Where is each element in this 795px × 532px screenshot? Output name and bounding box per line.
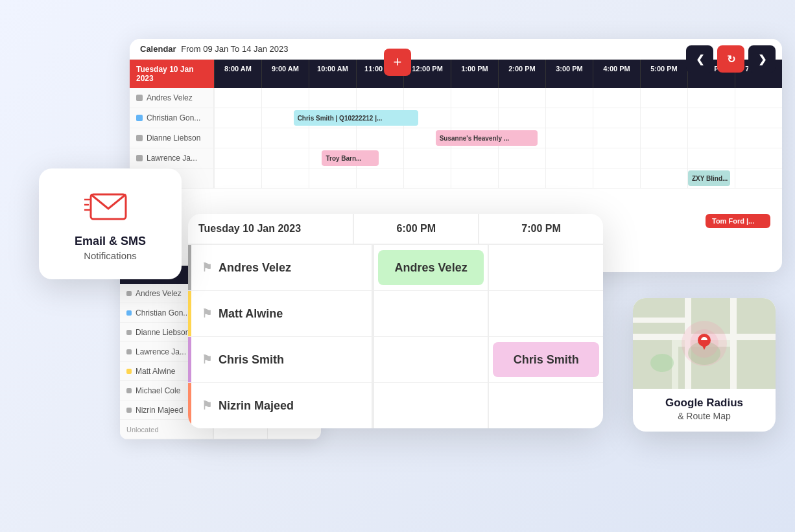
table-row: Lawrence Ja... Troy Barn... — [130, 148, 782, 168]
svg-rect-11 — [633, 318, 688, 323]
schedule-cell — [488, 291, 603, 336]
schedule-cell — [373, 383, 488, 428]
schedule-event[interactable]: Chris Smith — [493, 342, 599, 377]
row-cells — [214, 88, 782, 108]
email-notifications-card: Email & SMS Notifications — [39, 168, 182, 279]
calendar-date-col: Tuesday 10 Jan 2023 — [130, 60, 214, 88]
person-name: Lawrence Ja... — [130, 148, 214, 168]
email-sms-icon — [84, 187, 136, 226]
calendar-label: Calendar — [140, 44, 176, 54]
map-text-area: Google Radius & Route Map — [633, 389, 776, 432]
schedule-cell — [373, 337, 488, 382]
row-cells: Susanne's Heavenly ... — [214, 128, 782, 148]
table-row: Christian Gon... Chris Smith | Q10222212… — [130, 108, 782, 128]
calendar-time-header: Tuesday 10 Jan 2023 8:00 AM 9:00 AM 10:0… — [130, 60, 782, 88]
schedule-time1: 6:00 PM — [353, 214, 478, 244]
schedule-cell: Andres Velez — [373, 245, 488, 290]
person-name: ⚑ Chris Smith — [191, 337, 373, 382]
next-button[interactable]: ❯ — [748, 45, 776, 73]
schedule-cell: Chris Smith — [488, 337, 603, 382]
nav-buttons: ❮ ↻ ❯ — [686, 45, 776, 73]
row-cells: Troy Barn... — [214, 148, 782, 168]
schedule-header: Tuesday 10 Jan 2023 6:00 PM 7:00 PM — [188, 214, 603, 245]
schedule-cell — [488, 383, 603, 428]
calendar-event[interactable]: Chris Smith | Q10222212 |... — [294, 110, 419, 126]
person-name: ⚑ Nizrin Majeed — [191, 383, 373, 428]
refresh-button[interactable]: ↻ — [717, 45, 744, 73]
schedule-time2: 7:00 PM — [478, 214, 603, 244]
schedule-cell — [488, 245, 603, 290]
row-cells: Chris Smith | Q10222212 |... — [214, 108, 782, 128]
table-row: Dianne Liebson Susanne's Heavenly ... — [130, 128, 782, 148]
time-col-8: 3:00 PM — [545, 60, 593, 88]
schedule-card: Tuesday 10 Jan 2023 6:00 PM 7:00 PM ⚑ An… — [188, 214, 603, 428]
person-name: ⚑ Andres Velez — [191, 245, 373, 290]
svg-rect-9 — [737, 340, 776, 389]
person-name: Andres Velez — [130, 88, 214, 108]
flag-icon: ⚑ — [202, 306, 212, 321]
svg-rect-5 — [633, 298, 685, 334]
table-row: Andres Velez — [130, 88, 782, 108]
map-image — [633, 298, 776, 389]
map-subtitle: & Route Map — [643, 411, 765, 421]
schedule-cell — [373, 291, 488, 336]
svg-point-15 — [650, 354, 674, 372]
time-col-7: 2:00 PM — [498, 60, 545, 88]
calendar-body: Andres Velez Christian Gon... — [130, 88, 782, 189]
time-col-2: 9:00 AM — [261, 60, 309, 88]
person-name: Christian Gon... — [130, 108, 214, 128]
map-title: Google Radius — [643, 397, 765, 410]
time-col-1: 8:00 AM — [214, 60, 261, 88]
schedule-date: Tuesday 10 Jan 2023 — [188, 214, 353, 244]
calendar-event-zxy[interactable]: ZXY Blind... — [688, 170, 730, 186]
schedule-row: ⚑ Nizrin Majeed — [188, 383, 603, 428]
person-name: Dianne Liebson — [130, 128, 214, 148]
calendar-header: Calendar From 09 Jan To 14 Jan 2023 — [130, 39, 782, 60]
time-col-9: 4:00 PM — [593, 60, 640, 88]
time-col-10: 5:00 PM — [640, 60, 687, 88]
schedule-row: ⚑ Andres Velez Andres Velez — [188, 245, 603, 291]
table-row: ZXY Blind... — [130, 168, 782, 189]
schedule-body: ⚑ Andres Velez Andres Velez ⚑ Matt Alwin… — [188, 245, 603, 428]
calendar-event[interactable]: Susanne's Heavenly ... — [436, 130, 538, 146]
schedule-row: ⚑ Matt Alwine — [188, 291, 603, 337]
schedule-row: ⚑ Chris Smith Chris Smith — [188, 337, 603, 383]
flag-icon: ⚑ — [202, 260, 212, 275]
time-col-3: 10:00 AM — [309, 60, 356, 88]
google-radius-card: Google Radius & Route Map — [633, 298, 776, 432]
time-col-6: 1:00 PM — [451, 60, 498, 88]
calendar-event[interactable]: Troy Barn... — [322, 150, 379, 166]
tom-ford-event[interactable]: Tom Ford |... — [706, 214, 770, 228]
calendar-date-range: From 09 Jan To 14 Jan 2023 — [181, 44, 288, 54]
svg-rect-13 — [730, 298, 737, 389]
email-icon-wrap — [84, 187, 136, 226]
map-svg — [633, 298, 776, 389]
person-name: ⚑ Matt Alwine — [191, 291, 373, 336]
email-title: Email & SMS — [75, 235, 146, 249]
add-button[interactable]: + — [384, 49, 411, 76]
prev-button[interactable]: ❮ — [686, 45, 713, 73]
flag-icon: ⚑ — [202, 399, 212, 413]
flag-icon: ⚑ — [202, 353, 212, 367]
schedule-event[interactable]: Andres Velez — [378, 250, 484, 285]
email-subtitle: Notifications — [84, 250, 137, 261]
